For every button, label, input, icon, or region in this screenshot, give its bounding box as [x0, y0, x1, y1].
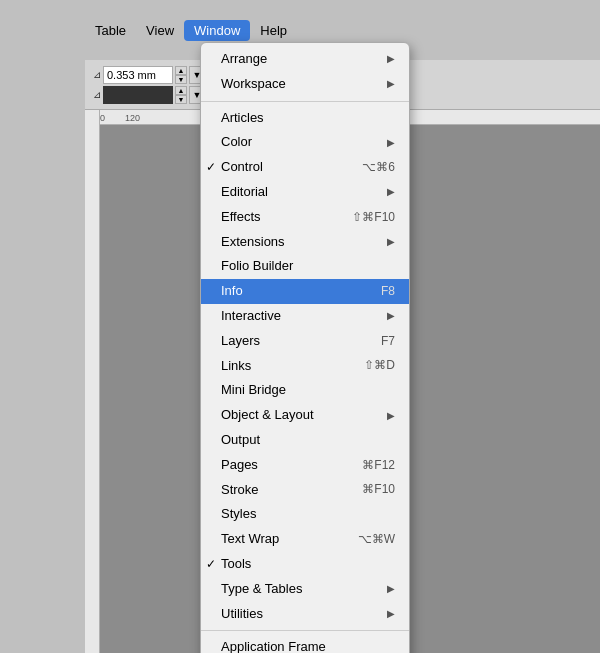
shortcut-label: F8 [381, 282, 395, 301]
menu-item-arrange[interactable]: Arrange▶ [201, 47, 409, 72]
menu-separator [201, 630, 409, 631]
menu-item-label: Control [221, 157, 263, 178]
menu-item-typetables[interactable]: Type & Tables▶ [201, 577, 409, 602]
menu-item-label: Application Frame [221, 637, 326, 653]
menu-item-stroke[interactable]: Stroke⌘F10 [201, 478, 409, 503]
menu-item-label: Object & Layout [221, 405, 314, 426]
menu-item-label: Color [221, 132, 252, 153]
menu-item-objectlayout[interactable]: Object & Layout▶ [201, 403, 409, 428]
menu-item-label: Utilities [221, 604, 263, 625]
menu-item-label: Arrange [221, 49, 267, 70]
menu-item-label: Output [221, 430, 260, 451]
menu-item-folio[interactable]: Folio Builder [201, 254, 409, 279]
menu-item-label: Extensions [221, 232, 285, 253]
shortcut-label: ⌥⌘W [358, 530, 395, 549]
menu-item-label: Styles [221, 504, 256, 525]
menu-item-utilities[interactable]: Utilities▶ [201, 602, 409, 627]
menu-bar: Table View Window Help [85, 20, 297, 41]
menu-item-effects[interactable]: Effects⇧⌘F10 [201, 205, 409, 230]
menu-item-color[interactable]: Color▶ [201, 130, 409, 155]
toolbar-y-spinners: ▲ ▼ [175, 86, 187, 104]
menu-item-layers[interactable]: LayersF7 [201, 329, 409, 354]
toolbar-y-up[interactable]: ▲ [175, 86, 187, 95]
submenu-arrow-icon: ▶ [387, 51, 395, 67]
submenu-arrow-icon: ▶ [387, 135, 395, 151]
menu-item-articles[interactable]: Articles [201, 106, 409, 131]
submenu-arrow-icon: ▶ [387, 234, 395, 250]
menu-item-output[interactable]: Output [201, 428, 409, 453]
menu-separator [201, 101, 409, 102]
toolbar-icon-left: ⊿ [93, 69, 101, 80]
menu-item-label: Tools [221, 554, 251, 575]
menu-item-pages[interactable]: Pages⌘F12 [201, 453, 409, 478]
toolbar-icon-right: ⊿ [93, 89, 101, 100]
ruler-vertical [85, 110, 100, 653]
checkmark-icon: ✓ [206, 158, 216, 177]
menu-item-links[interactable]: Links⇧⌘D [201, 354, 409, 379]
menu-item-label: Layers [221, 331, 260, 352]
menu-item-label: Links [221, 356, 251, 377]
menu-item-info[interactable]: InfoF8 [201, 279, 409, 304]
menu-window[interactable]: Window [184, 20, 250, 41]
shortcut-label: ⇧⌘F10 [352, 208, 395, 227]
submenu-arrow-icon: ▶ [387, 308, 395, 324]
toolbar-x-input[interactable] [103, 66, 173, 84]
menu-item-label: Stroke [221, 480, 259, 501]
shortcut-label: ⌥⌘6 [362, 158, 395, 177]
checkmark-icon: ✓ [206, 555, 216, 574]
menu-item-label: Type & Tables [221, 579, 302, 600]
menu-item-extensions[interactable]: Extensions▶ [201, 230, 409, 255]
menu-item-control[interactable]: ✓Control⌥⌘6 [201, 155, 409, 180]
menu-item-label: Articles [221, 108, 264, 129]
menu-item-label: Mini Bridge [221, 380, 286, 401]
submenu-arrow-icon: ▶ [387, 581, 395, 597]
menu-item-label: Info [221, 281, 243, 302]
menu-help[interactable]: Help [250, 20, 297, 41]
menu-item-label: Pages [221, 455, 258, 476]
toolbar-x-spinners: ▲ ▼ [175, 66, 187, 84]
toolbar-x-up[interactable]: ▲ [175, 66, 187, 75]
menu-item-minibridge[interactable]: Mini Bridge [201, 378, 409, 403]
shortcut-label: ⇧⌘D [364, 356, 395, 375]
shortcut-label: F7 [381, 332, 395, 351]
toolbar-x-down[interactable]: ▼ [175, 75, 187, 84]
submenu-arrow-icon: ▶ [387, 76, 395, 92]
menu-item-interactive[interactable]: Interactive▶ [201, 304, 409, 329]
menu-table[interactable]: Table [85, 20, 136, 41]
menu-item-workspace[interactable]: Workspace▶ [201, 72, 409, 97]
menu-item-tools[interactable]: ✓Tools [201, 552, 409, 577]
toolbar-y-down[interactable]: ▼ [175, 95, 187, 104]
shortcut-label: ⌘F12 [362, 456, 395, 475]
menu-item-label: Text Wrap [221, 529, 279, 550]
shortcut-label: ⌘F10 [362, 480, 395, 499]
submenu-arrow-icon: ▶ [387, 606, 395, 622]
submenu-arrow-icon: ▶ [387, 408, 395, 424]
menu-item-appframe[interactable]: Application Frame [201, 635, 409, 653]
menu-item-label: Effects [221, 207, 261, 228]
menu-item-label: Interactive [221, 306, 281, 327]
menu-item-label: Workspace [221, 74, 286, 95]
window-dropdown: Arrange▶Workspace▶ArticlesColor▶✓Control… [200, 42, 410, 653]
submenu-arrow-icon: ▶ [387, 184, 395, 200]
menu-item-editorial[interactable]: Editorial▶ [201, 180, 409, 205]
toolbar-controls: ⊿ ▲ ▼ ▼ ⊿ ▲ ▼ ▼ [85, 62, 213, 108]
menu-view[interactable]: View [136, 20, 184, 41]
toolbar-color-bar [103, 86, 173, 104]
menu-item-styles[interactable]: Styles [201, 502, 409, 527]
menu-item-label: Folio Builder [221, 256, 293, 277]
menu-item-textwrap[interactable]: Text Wrap⌥⌘W [201, 527, 409, 552]
menu-item-label: Editorial [221, 182, 268, 203]
